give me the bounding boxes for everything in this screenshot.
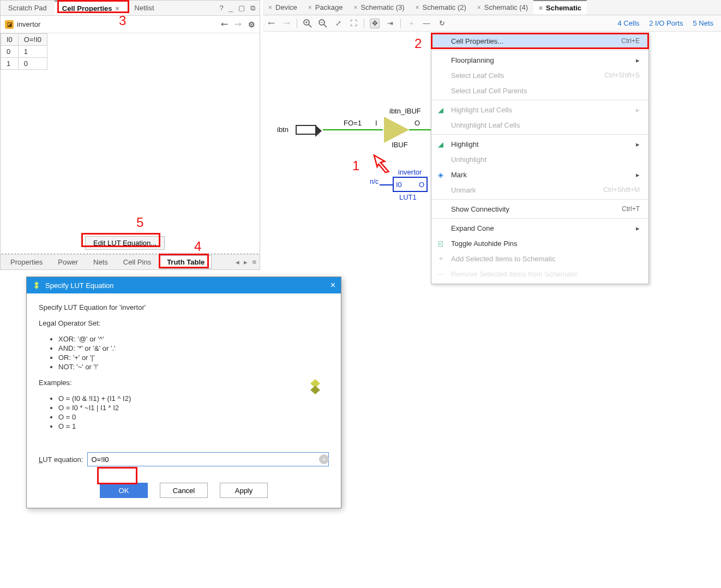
- ctx-select-leaf-parents: Select Leaf Cell Parents: [431, 83, 648, 98]
- close-icon[interactable]: ×: [308, 4, 312, 11]
- submenu-arrow-icon: ▸: [636, 171, 640, 179]
- highlight-leaf-icon: ◢: [436, 106, 446, 114]
- ctx-floorplanning-label: Floorplanning: [451, 56, 494, 64]
- submenu-arrow-icon: ▸: [636, 106, 640, 114]
- zoom-select-icon[interactable]: ⛶: [349, 19, 358, 28]
- ok-button[interactable]: OK: [100, 483, 148, 498]
- tab-schematic-3[interactable]: ×Schematic (3): [348, 0, 410, 15]
- cell: 1: [18, 46, 47, 58]
- tab-cell-properties[interactable]: Cell Properties×: [55, 1, 127, 15]
- select-icon[interactable]: ✥: [370, 19, 380, 28]
- lut1-symbol[interactable]: I0 O: [393, 177, 428, 192]
- btab-properties[interactable]: Properties: [4, 256, 49, 268]
- close-icon[interactable]: ×: [539, 4, 543, 12]
- refresh-icon[interactable]: ↻: [437, 19, 447, 28]
- submenu-arrow-icon: ▸: [636, 224, 640, 232]
- truth-header-o: O=!I0: [18, 34, 47, 46]
- ctx-highlight-leaf: ◢ Highlight Leaf Cells ▸: [431, 102, 648, 117]
- dialog-intro: Specify LUT Equation for 'invertor': [39, 303, 329, 311]
- tab-scratch-pad[interactable]: Scratch Pad: [1, 1, 55, 15]
- minus-icon[interactable]: —: [422, 19, 431, 28]
- plus-icon: ＋: [436, 254, 446, 263]
- scroll-right-icon[interactable]: ▸: [244, 258, 248, 266]
- stat-nets[interactable]: 5 Nets: [693, 19, 713, 27]
- tab-device[interactable]: ×Device: [263, 0, 303, 15]
- edit-lut-equation-button[interactable]: Edit LUT Equation...: [85, 236, 165, 250]
- svg-line-1: [309, 25, 311, 27]
- close-icon[interactable]: ×: [477, 4, 481, 11]
- op-and: AND: '*' or '&' or '.': [58, 344, 329, 352]
- lut-equation-label: LUT equation:: [39, 455, 83, 464]
- svg-line-5: [324, 25, 327, 27]
- zoom-fit-icon[interactable]: ⤢: [333, 19, 343, 28]
- ctx-highlight[interactable]: ◢ Highlight ▸: [431, 136, 648, 152]
- ctx-floorplanning[interactable]: Floorplanning ▸: [431, 52, 648, 68]
- cancel-button[interactable]: Cancel: [160, 483, 208, 498]
- cell: 0: [18, 58, 47, 70]
- prim-label-ibuf: IBUF: [392, 141, 408, 149]
- tab-schematic-4-label: Schematic (4): [484, 3, 528, 11]
- popout-icon[interactable]: ⧉: [250, 4, 255, 13]
- ctx-toggle-autohide[interactable]: ⍃ Toggle Autohide Pins: [431, 236, 648, 251]
- mark-icon: ◈: [436, 171, 446, 179]
- stat-cells[interactable]: 4 Cells: [618, 19, 640, 27]
- close-icon[interactable]: ×: [116, 5, 119, 13]
- btab-cell-pins[interactable]: Cell Pins: [117, 256, 158, 268]
- legal-heading: Legal Operator Set:: [39, 319, 329, 327]
- app-icon: [32, 281, 41, 290]
- clear-input-icon[interactable]: ×: [319, 454, 329, 464]
- ibuf-symbol[interactable]: [384, 117, 409, 143]
- restore-icon[interactable]: ▢: [238, 4, 245, 12]
- back-icon[interactable]: 🡐: [266, 19, 276, 28]
- zoom-out-icon[interactable]: [318, 19, 328, 28]
- plus-icon[interactable]: ＋: [406, 19, 416, 28]
- tab-schematic-4[interactable]: ×Schematic (4): [472, 0, 533, 15]
- net-wire-blue[interactable]: [380, 184, 393, 185]
- ctx-select-leaf-cells-label: Select Leaf Cells: [451, 71, 504, 80]
- cell: 1: [1, 58, 19, 70]
- vivado-logo-icon: [306, 378, 325, 400]
- close-icon[interactable]: ×: [353, 4, 357, 11]
- tab-package-label: Package: [315, 3, 343, 11]
- net-wire[interactable]: [409, 129, 431, 130]
- truth-header-i0: I0: [1, 34, 19, 46]
- op-not: NOT: '~' or '!': [58, 363, 329, 371]
- close-icon[interactable]: ×: [416, 4, 419, 11]
- net-wire[interactable]: [323, 129, 383, 130]
- ctx-show-connectivity[interactable]: Show Connectivity Ctrl+T: [431, 201, 648, 217]
- scroll-left-icon[interactable]: ◂: [236, 258, 239, 266]
- tab-schematic[interactable]: ×Schematic: [533, 0, 587, 15]
- forward-icon[interactable]: 🡒: [281, 19, 291, 28]
- shortcut-text: Ctrl+Shift+M: [603, 186, 640, 194]
- stat-ports[interactable]: 2 I/O Ports: [649, 19, 683, 27]
- close-icon[interactable]: ×: [268, 4, 272, 11]
- port-shape[interactable]: [296, 125, 316, 135]
- btab-truth-table[interactable]: Truth Table: [160, 255, 212, 269]
- ctx-select-leaf-parents-label: Select Leaf Cell Parents: [451, 87, 527, 95]
- example-3: O = 0: [58, 413, 329, 421]
- minimize-icon[interactable]: _: [229, 4, 233, 12]
- inst-label-ibtn-ibuf: ibtn_IBUF: [389, 107, 421, 115]
- menu-icon[interactable]: ≡: [252, 258, 256, 266]
- tab-schematic-2[interactable]: ×Schematic (2): [410, 0, 472, 15]
- pin-label-ibtn: ibtn: [277, 125, 289, 134]
- btab-power[interactable]: Power: [51, 256, 85, 268]
- ctx-cell-properties[interactable]: Cell Properties... Ctrl+E: [431, 33, 648, 49]
- tab-netlist[interactable]: Netlist: [127, 1, 162, 15]
- btab-nets[interactable]: Nets: [87, 256, 115, 268]
- zoom-in-icon[interactable]: [303, 19, 313, 28]
- ctx-remove-selected-label: Remove Selected Items from Schematic: [451, 270, 578, 278]
- ctx-mark[interactable]: ◈ Mark ▸: [431, 167, 648, 182]
- tab-package[interactable]: ×Package: [303, 0, 349, 15]
- collapse-icon[interactable]: ⇥: [385, 19, 395, 28]
- dialog-close-icon[interactable]: ×: [331, 280, 335, 290]
- lut-equation-input[interactable]: [87, 452, 329, 466]
- ctx-unmark-label: Unmark: [451, 186, 476, 194]
- shortcut-text: Ctrl+E: [621, 37, 640, 45]
- forward-icon[interactable]: 🡒: [235, 20, 242, 29]
- back-icon[interactable]: 🡐: [221, 20, 228, 29]
- gear-icon[interactable]: ⚙: [248, 20, 255, 29]
- ctx-expand-cone[interactable]: Expand Cone ▸: [431, 220, 648, 236]
- help-icon[interactable]: ?: [220, 4, 224, 12]
- apply-button[interactable]: Apply: [220, 483, 268, 498]
